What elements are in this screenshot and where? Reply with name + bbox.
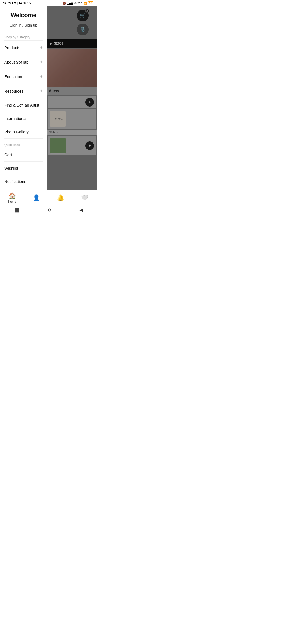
heart-icon: 🤍 [81,194,88,201]
app-container: 🛒 0 🎙️ er $200! ducts + SOFTAP. ional Ne… [0,6,97,190]
bottom-nav: 🏠 Home 👤 🔔 🤍 [0,190,97,205]
sidebar-item-photo-gallery[interactable]: Photo Gallery [0,125,47,138]
shop-by-category-label: Shop by Category [0,31,47,40]
about-label: About SofTap [4,60,28,64]
sidebar-item-products[interactable]: Products + [0,41,47,55]
expand-icon-resources: + [40,88,43,94]
signin-link[interactable]: Sign in / Sign up [4,22,43,28]
products-label: Products [4,45,20,50]
nav-home[interactable]: 🏠 Home [0,192,24,203]
sidebar-item-notifications[interactable]: Notifications [0,175,47,188]
bell-icon: 🔔 [57,194,64,201]
expand-icon-products: + [40,45,43,50]
wifi-icon: 📶 [84,2,87,5]
sidebar-item-international[interactable]: International [0,112,47,125]
home-icon: 🏠 [9,192,16,199]
android-recent-btn[interactable]: ⬛ [14,207,20,213]
sidebar-item-resources[interactable]: Resources + [0,84,47,98]
quick-links-label: Quick links [0,139,47,148]
expand-icon-about: + [40,59,43,65]
mute-icon: 🔕 [63,2,66,5]
expand-icon-education: + [40,74,43,79]
sidebar-item-wishlist[interactable]: Wishlist [0,162,47,175]
nav-notifications[interactable]: 🔔 [48,194,73,201]
home-label: Home [8,200,16,203]
android-nav-bar: ⬛ ⊙ ◀ [0,205,97,215]
sidebar-item-about[interactable]: About SofTap + [0,55,47,69]
vo-wifi-label: Vo WiFi [74,2,82,5]
status-bar: 12:39 AM | 14.8KB/s 🔕 ▂▄▆ Vo WiFi 📶 99 [0,0,97,6]
battery-badge: 99 [88,1,93,5]
account-icon: 👤 [33,194,40,201]
sidebar-item-find-artist[interactable]: Find a SofTap Artist [0,98,47,112]
sidebar-item-cart[interactable]: Cart [0,148,47,161]
android-back-btn[interactable]: ◀ [79,207,83,213]
sidebar-title: Welcome [10,12,36,19]
status-icons: 🔕 ▂▄▆ Vo WiFi 📶 99 [63,1,93,5]
nav-wishlist[interactable]: 🤍 [73,194,97,201]
education-label: Education [4,74,22,79]
android-home-btn[interactable]: ⊙ [48,207,51,213]
resources-label: Resources [4,89,24,93]
sidebar-overlay[interactable] [47,6,97,190]
sidebar-item-education[interactable]: Education + [0,69,47,84]
sidebar-drawer: Welcome Sign in / Sign up Shop by Catego… [0,6,47,190]
status-time: 12:39 AM | 14.8KB/s [3,2,31,5]
signal-icon: ▂▄▆ [67,2,73,5]
nav-account[interactable]: 👤 [24,194,48,201]
sidebar-header: Welcome Sign in / Sign up [0,6,47,31]
